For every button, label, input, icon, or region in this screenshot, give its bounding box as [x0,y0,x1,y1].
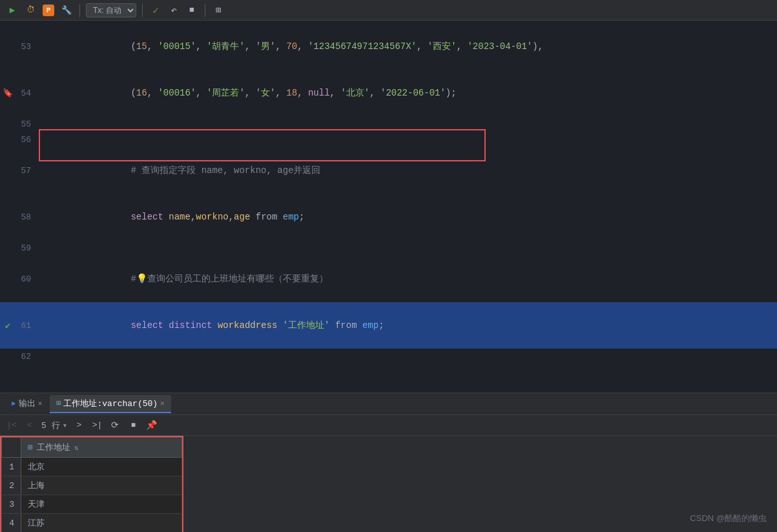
line-content-59[interactable] [39,240,777,256]
line-gutter-57: 57 [0,147,39,194]
stop-results-icon: ■ [131,421,136,430]
undo-button[interactable]: ↶ [167,3,181,17]
refresh-icon: ⟳ [111,420,119,431]
last-page-icon: >| [92,420,103,430]
wrench-button[interactable]: 🔧 [59,3,74,17]
pin-button[interactable]: 📌 [145,419,158,432]
grid-button[interactable]: ⊞ [211,3,225,17]
p-icon: P [43,5,54,16]
table-row: 1 北京 [2,458,182,476]
code-line-60: 60 #💡查询公司员工的上班地址有哪些（不要重复） [0,256,777,302]
tab-output[interactable]: ▶ 输出 ✕ [5,395,48,413]
output-tab-label: 输出 [19,398,36,409]
clock-button[interactable]: ⏱ [23,3,37,17]
workaddress-tab-close[interactable]: ✕ [160,399,165,407]
row-4-workaddress: 江苏 [21,514,182,533]
code-line-54: 🔖 54 (16, '00016', '周芷若', '女', 18, null,… [0,70,777,116]
toolbar-separator-1 [79,4,80,17]
line-content-60[interactable]: #💡查询公司员工的上班地址有哪些（不要重复） [39,256,777,302]
app-container: ▶ ⏱ P 🔧 Tx: 自动 ✓ ↶ ■ ⊞ [0,0,777,532]
col-header-workaddress[interactable]: ⊞ 工作地址 ⇅ [21,438,182,458]
main-toolbar: ▶ ⏱ P 🔧 Tx: 自动 ✓ ↶ ■ ⊞ [0,0,777,21]
results-table: ⊞ 工作地址 ⇅ 1 北京 2 [1,437,182,532]
check-mark-icon: ✔ [5,320,10,331]
line-content-61[interactable]: select distinct workaddress '工作地址' from … [39,302,777,349]
table-row: 4 江苏 [2,514,182,533]
line-gutter-53: 53 [0,23,39,70]
row-count-dropdown-icon[interactable]: ▾ [63,420,68,431]
clock-icon: ⏱ [26,5,35,15]
code-line-56: 56 [0,132,777,147]
p-button[interactable]: P [41,3,56,17]
tab-workaddress[interactable]: ⊞ 工作地址:varchar(50) ✕ [50,395,171,413]
code-line-61: ✔ 61 select distinct workaddress '工作地址' … [0,302,777,349]
toolbar-separator-3 [205,4,205,17]
play-button[interactable]: ▶ [5,3,19,17]
code-line-58: 58 select name,workno,age from emp; [0,194,777,240]
line-gutter-58: 58 [0,194,39,240]
line-number-54: 54 [16,88,31,98]
line-content-62[interactable] [39,349,777,364]
col-sort-icon[interactable]: ⇅ [74,444,79,452]
last-page-button[interactable]: >| [90,419,103,432]
line-gutter-60: 60 [0,256,39,302]
results-table-body: 1 北京 2 上海 3 天津 4 江苏 [2,458,182,533]
line-content-54[interactable]: (16, '00016', '周芷若', '女', 18, null, '北京'… [39,70,777,116]
first-page-button[interactable]: |< [5,419,18,432]
line-content-57[interactable]: # 查询指定字段 name, workno, age并返回 [39,147,777,194]
code-editor[interactable]: 53 (15, '00015', '胡青牛', '男', 70, '123456… [0,21,777,367]
refresh-button[interactable]: ⟳ [109,419,121,432]
editor-container: 53 (15, '00015', '胡青牛', '男', 70, '123456… [0,21,777,367]
row-1-num: 1 [2,458,21,476]
table-header-row: ⊞ 工作地址 ⇅ [2,438,182,458]
row-3-workaddress: 天津 [21,495,182,514]
line-content-58[interactable]: select name,workno,age from emp; [39,194,777,240]
line-gutter-56: 56 [0,132,39,147]
line-content-55[interactable] [39,116,777,132]
results-table-border: ⊞ 工作地址 ⇅ 1 北京 2 [0,436,183,532]
code-line-57: 57 # 查询指定字段 name, workno, age并返回 [0,147,777,194]
row-2-num: 2 [2,476,21,495]
row-count-value: 5 行 [41,420,60,431]
stop-icon: ■ [189,5,194,15]
output-tab-icon: ▶ [12,399,16,407]
line-number-60: 60 [16,274,31,284]
stop-results-button[interactable]: ■ [127,419,140,432]
row-1-workaddress: 北京 [21,458,182,476]
check-button[interactable]: ✓ [149,3,163,17]
tx-select[interactable]: Tx: 自动 [86,3,136,17]
prev-page-button[interactable]: < [23,419,36,432]
table-row: 3 天津 [2,495,182,514]
bookmark-icon: 🔖 [3,88,13,98]
results-tabs: ▶ 输出 ✕ ⊞ 工作地址:varchar(50) ✕ [0,393,777,415]
line-number-59: 59 [16,243,31,253]
line-indicator-61: ✔ [3,320,13,331]
table-tab-icon: ⊞ [56,398,61,408]
line-gutter-54: 🔖 54 [0,70,39,116]
row-count: 5 行 ▾ [41,420,67,431]
line-indicator-54: 🔖 [3,88,13,98]
wrench-icon: 🔧 [61,5,72,15]
prev-page-icon: < [27,420,32,430]
line-number-58: 58 [16,212,31,222]
results-panel: ▶ 输出 ✕ ⊞ 工作地址:varchar(50) ✕ |< < 5 行 ▾ [0,393,777,532]
output-tab-close[interactable]: ✕ [38,399,43,407]
line-content-53[interactable]: (15, '00015', '胡青牛', '男', 70, '123456749… [39,23,777,70]
code-line-59: 59 [0,240,777,256]
stop-button[interactable]: ■ [185,3,199,17]
line-number-53: 53 [16,42,31,52]
line-gutter-62: 62 [0,349,39,364]
watermark: CSDN @酷酷的懒虫 [690,513,767,524]
col-header-rownum [2,438,21,458]
line-content-56[interactable] [39,132,777,147]
line-number-55: 55 [16,119,31,129]
next-page-button[interactable]: > [72,419,85,432]
next-page-icon: > [77,420,82,430]
row-3-num: 3 [2,495,21,514]
line-gutter-61: ✔ 61 [0,302,39,349]
line-number-57: 57 [16,166,31,176]
undo-icon: ↶ [171,4,177,17]
line-number-62: 62 [16,352,31,362]
editor-spacer [0,367,777,393]
code-lines: 53 (15, '00015', '胡青牛', '男', 70, '123456… [0,21,777,367]
